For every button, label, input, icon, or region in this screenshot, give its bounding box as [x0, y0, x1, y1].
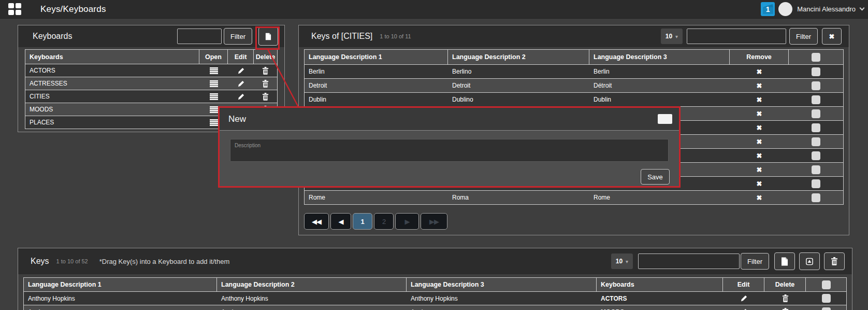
- remove-button[interactable]: ✖: [730, 79, 789, 92]
- remove-button[interactable]: ✖: [730, 191, 789, 204]
- avatar[interactable]: [778, 2, 792, 16]
- key-row[interactable]: Anthony Hopkins Anthony Hopkins Anthony …: [24, 291, 846, 305]
- delete-button[interactable]: [764, 292, 806, 305]
- cities-table-header: Language Description 1 Language Descript…: [305, 50, 843, 64]
- cell-ld3: Détroit: [589, 79, 730, 92]
- row-checkbox[interactable]: [812, 95, 820, 104]
- remove-button[interactable]: ✖: [730, 177, 789, 190]
- pencil-icon: [740, 294, 748, 302]
- delete-button[interactable]: [764, 305, 806, 310]
- cities-close-button[interactable]: ✖: [822, 28, 842, 45]
- keys-range: 1 to 10 of 52: [56, 258, 88, 264]
- apps-grid-icon[interactable]: [8, 3, 22, 16]
- page-number: 2: [382, 218, 385, 226]
- keys-export-button[interactable]: [799, 252, 820, 270]
- cell-ld2: Ansioso: [217, 305, 407, 310]
- keyboard-name: MOODS: [25, 103, 199, 116]
- key-row[interactable]: Anxious Ansioso Anxieuse MOODS: [24, 305, 846, 310]
- row-checkbox[interactable]: [812, 179, 820, 188]
- delete-button[interactable]: [254, 64, 277, 77]
- cities-filter-input[interactable]: [687, 29, 786, 44]
- grid-square: [16, 10, 21, 15]
- col-remove: Remove: [730, 50, 789, 64]
- keyboard-row[interactable]: ACTRESSES: [25, 77, 277, 90]
- pagination-page-1[interactable]: 1: [353, 213, 372, 230]
- cell-select: [789, 93, 843, 106]
- cities-filter-button[interactable]: Filter: [789, 28, 818, 45]
- row-checkbox[interactable]: [812, 81, 820, 90]
- grid-square: [8, 3, 14, 8]
- keys-filter-input[interactable]: [638, 253, 740, 269]
- remove-button[interactable]: ✖: [730, 93, 789, 106]
- keys-filter-button[interactable]: Filter: [741, 253, 769, 270]
- edit-button[interactable]: [228, 64, 254, 77]
- edit-button[interactable]: [723, 292, 764, 305]
- remove-button[interactable]: ✖: [730, 107, 789, 120]
- edit-button[interactable]: [228, 77, 254, 90]
- keyboards-filter-button[interactable]: Filter: [224, 28, 252, 45]
- cell-select: [806, 292, 846, 305]
- keyboards-filter-input[interactable]: [177, 29, 222, 44]
- city-row[interactable]: Dublin Dublino Dublin ✖: [305, 92, 843, 106]
- remove-button[interactable]: ✖: [730, 135, 789, 148]
- open-button[interactable]: [199, 64, 228, 77]
- row-checkbox[interactable]: [812, 109, 820, 118]
- dropdown-arrow-icon: ▾: [626, 259, 628, 264]
- delete-button[interactable]: [254, 90, 277, 103]
- remove-button[interactable]: ✖: [730, 121, 789, 134]
- keyboards-new-button[interactable]: [258, 27, 278, 46]
- remove-icon: ✖: [757, 110, 762, 118]
- city-row[interactable]: Detroit Detroit Détroit ✖: [305, 78, 843, 92]
- row-checkbox[interactable]: [812, 137, 820, 146]
- select-all-checkbox[interactable]: [822, 280, 831, 289]
- keyboard-row[interactable]: ACTORS: [25, 64, 277, 77]
- cell-ld2: Anthony Hopkins: [217, 292, 407, 305]
- save-button[interactable]: Save: [641, 169, 670, 185]
- keyboard-row[interactable]: CITIES: [25, 90, 277, 103]
- row-checkbox[interactable]: [812, 67, 820, 76]
- keys-delete-button[interactable]: [824, 252, 845, 270]
- close-icon: ✖: [829, 33, 835, 40]
- cities-page-size-select[interactable]: 10 ▾: [661, 29, 683, 44]
- keys-new-button[interactable]: [774, 252, 795, 270]
- city-row[interactable]: Rome Roma Rome ✖: [305, 190, 843, 204]
- row-checkbox[interactable]: [822, 307, 831, 310]
- row-checkbox[interactable]: [812, 151, 820, 160]
- cell-select: [789, 65, 843, 78]
- col-delete: Delete: [254, 50, 277, 64]
- remove-button[interactable]: ✖: [730, 149, 789, 162]
- remove-button[interactable]: ✖: [730, 65, 789, 78]
- city-row[interactable]: Berlin Berlino Berlin ✖: [305, 64, 843, 78]
- keyboard-name: PLACES: [25, 116, 199, 129]
- cell-ld1: Rome: [305, 191, 448, 204]
- pagination-prev-button[interactable]: ◀: [330, 213, 351, 230]
- select-all-checkbox[interactable]: [812, 53, 820, 62]
- open-button[interactable]: [199, 90, 228, 103]
- pagination-page-2[interactable]: 2: [374, 213, 394, 230]
- first-page-icon: ◀◀: [312, 218, 321, 226]
- pagination-last-button[interactable]: ▶▶: [421, 213, 447, 230]
- row-checkbox[interactable]: [812, 193, 820, 202]
- open-button[interactable]: [199, 77, 228, 90]
- modal-close-button[interactable]: [658, 114, 672, 124]
- pagination-first-button[interactable]: ◀◀: [304, 213, 329, 230]
- row-checkbox[interactable]: [812, 165, 820, 174]
- col-select: [806, 278, 846, 291]
- notification-count: 1: [761, 2, 775, 16]
- edit-button[interactable]: [723, 305, 764, 310]
- pencil-icon: [237, 80, 245, 88]
- row-checkbox[interactable]: [812, 123, 820, 132]
- pagination-next-button[interactable]: ▶: [395, 213, 419, 230]
- cell-select: [789, 79, 843, 92]
- chevron-down-icon[interactable]: [860, 6, 865, 11]
- cell-select: [789, 191, 843, 204]
- remove-icon: ✖: [757, 82, 762, 90]
- notification-badge[interactable]: 1: [761, 2, 775, 16]
- keyboards-table-header: Keyboards Open Edit Delete: [25, 50, 277, 64]
- description-input[interactable]: [230, 139, 669, 162]
- edit-button[interactable]: [228, 90, 254, 103]
- delete-button[interactable]: [254, 77, 277, 90]
- remove-button[interactable]: ✖: [730, 163, 789, 176]
- keys-page-size-select[interactable]: 10 ▾: [611, 253, 633, 269]
- row-checkbox[interactable]: [822, 294, 831, 303]
